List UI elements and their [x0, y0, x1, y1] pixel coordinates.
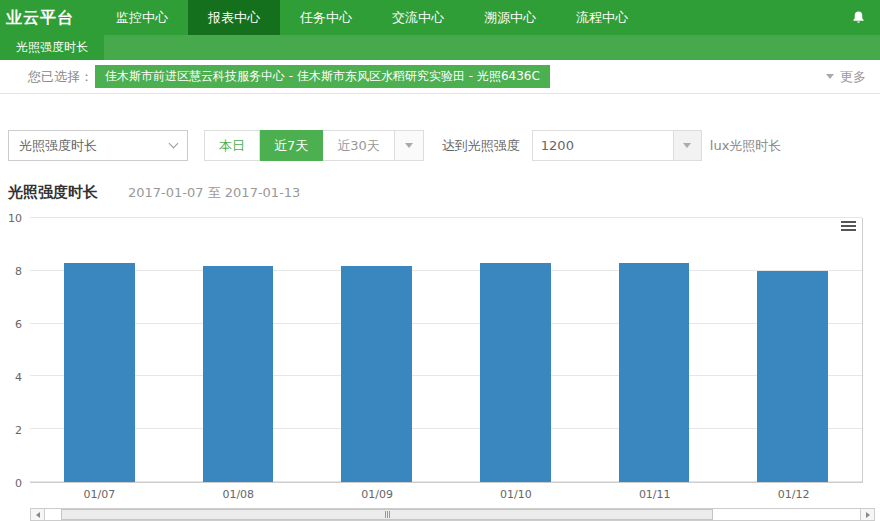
y-tick-label: 4: [15, 371, 22, 384]
bar-column: [446, 218, 585, 482]
y-tick-label: 8: [15, 265, 22, 278]
chart-menu-icon[interactable]: [841, 221, 856, 233]
scrollbar-grip-icon: [385, 511, 390, 518]
threshold-dropdown-button[interactable]: [673, 131, 701, 160]
x-axis: 01/0701/0801/0901/1001/1101/12: [30, 488, 863, 501]
y-tick-label: 2: [15, 424, 22, 437]
range-30days-button[interactable]: 近30天: [323, 130, 395, 161]
nav-item-monitor-center[interactable]: 监控中心: [96, 0, 188, 35]
chart-date-range: 2017-01-07 至 2017-01-13: [128, 184, 300, 202]
bar-01/07[interactable]: [64, 263, 135, 482]
bar-01/08[interactable]: [203, 266, 274, 482]
breadcrumb-tab[interactable]: 光照强度时长: [0, 35, 104, 60]
chart: 0246810 01/0701/0801/0901/1001/1101/12: [0, 218, 880, 501]
chart-title: 光照强度时长: [8, 183, 98, 202]
threshold-input[interactable]: [533, 131, 673, 160]
bar-column: [307, 218, 446, 482]
nav-item-exchange-center[interactable]: 交流中心: [372, 0, 464, 35]
triangle-left-icon: [36, 512, 40, 518]
chevron-down-icon: [169, 139, 179, 149]
nav-item-trace-center[interactable]: 溯源中心: [464, 0, 556, 35]
threshold-suffix: lux光照时长: [710, 137, 782, 155]
x-tick-label: 01/09: [308, 488, 447, 501]
more-label: 更多: [840, 68, 866, 86]
bar-01/11[interactable]: [619, 263, 690, 482]
range-today-button[interactable]: 本日: [204, 130, 260, 161]
top-nav: 业云平台 监控中心 报表中心 任务中心 交流中心 溯源中心 流程中心: [0, 0, 880, 35]
y-tick-label: 10: [8, 212, 22, 225]
chevron-down-icon: [683, 143, 691, 148]
nav-item-task-center[interactable]: 任务中心: [280, 0, 372, 35]
chevron-down-icon: [826, 74, 834, 79]
range-7days-button[interactable]: 近7天: [260, 130, 323, 161]
nav-item-report-center[interactable]: 报表中心: [188, 0, 280, 35]
main-menu: 监控中心 报表中心 任务中心 交流中心 溯源中心 流程中心: [96, 0, 648, 35]
chevron-down-icon: [405, 143, 413, 148]
bar-column: [723, 218, 862, 482]
bell-icon-glyph: [851, 10, 866, 25]
bars-container: [30, 218, 862, 482]
scrollbar-thumb[interactable]: [61, 509, 713, 520]
scroll-left-arrow[interactable]: [30, 508, 45, 521]
chart-scrollbar[interactable]: [30, 508, 875, 521]
x-tick-label: 01/07: [30, 488, 169, 501]
triangle-right-icon: [866, 512, 870, 518]
x-tick-label: 01/08: [169, 488, 308, 501]
bar-01/12[interactable]: [757, 271, 828, 482]
plot-area: [30, 218, 863, 483]
range-dropdown-button[interactable]: [395, 130, 424, 161]
selection-value[interactable]: 佳木斯市前进区慧云科技服务中心 - 佳木斯市东风区水稻研究实验田 - 光照643…: [95, 65, 550, 88]
bar-column: [585, 218, 724, 482]
threshold-input-wrap: [532, 130, 702, 161]
range-button-group: 本日 近7天 近30天: [204, 130, 424, 161]
x-tick-label: 01/12: [724, 488, 863, 501]
nav-item-process-center[interactable]: 流程中心: [556, 0, 648, 35]
scrollbar-track[interactable]: [45, 508, 860, 521]
brand[interactable]: 业云平台: [0, 0, 96, 35]
y-axis: 0246810: [0, 218, 30, 483]
selection-bar: 您已选择： 佳木斯市前进区慧云科技服务中心 - 佳木斯市东风区水稻研究实验田 -…: [0, 60, 880, 94]
chart-header: 光照强度时长 2017-01-07 至 2017-01-13: [8, 183, 872, 202]
y-tick-label: 0: [15, 477, 22, 490]
metric-select-value: 光照强度时长: [19, 137, 97, 155]
x-tick-label: 01/11: [585, 488, 724, 501]
x-tick-label: 01/10: [446, 488, 585, 501]
bar-01/10[interactable]: [480, 263, 551, 482]
bar-column: [169, 218, 308, 482]
selection-label: 您已选择：: [28, 68, 93, 86]
chart-body: 0246810: [0, 218, 880, 483]
bell-icon[interactable]: [851, 0, 880, 35]
sub-nav: 光照强度时长: [0, 35, 880, 60]
more-button[interactable]: 更多: [826, 68, 866, 86]
bar-01/09[interactable]: [341, 266, 412, 482]
metric-select[interactable]: 光照强度时长: [8, 130, 188, 161]
filter-bar: 光照强度时长 本日 近7天 近30天 达到光照强度 lux光照时长: [8, 130, 872, 161]
threshold-label: 达到光照强度: [442, 137, 520, 155]
scroll-right-arrow[interactable]: [860, 508, 875, 521]
bar-column: [30, 218, 169, 482]
y-tick-label: 6: [15, 318, 22, 331]
